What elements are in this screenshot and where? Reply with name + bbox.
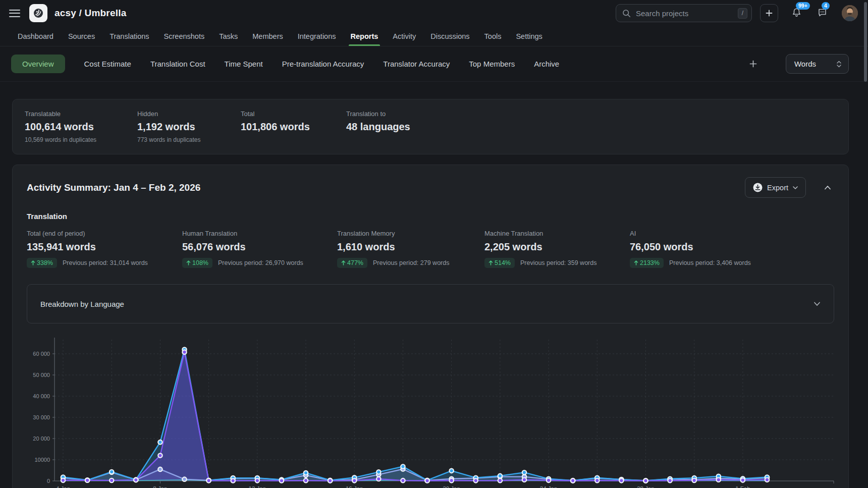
scrollbar-thumb[interactable] [864, 2, 867, 82]
svg-text:60 000: 60 000 [33, 351, 50, 357]
messages-button[interactable]: 4 [815, 5, 830, 21]
stat-note: 773 words in duplicates [137, 136, 241, 143]
top-bar: acsy / Umbrella Search projects / 99+ 4 [0, 0, 868, 26]
collapse-section-button[interactable] [821, 181, 834, 194]
svg-text:4 Jan: 4 Jan [56, 485, 70, 488]
svg-text:20 000: 20 000 [33, 436, 50, 442]
hamburger-menu-button[interactable] [9, 10, 20, 17]
trend-badge: 338% [27, 258, 57, 268]
search-placeholder: Search projects [636, 9, 733, 18]
svg-text:16 Jan: 16 Jan [346, 485, 363, 488]
unit-select-value: Words [794, 60, 816, 68]
trend-up-icon [634, 260, 638, 265]
nav-item-members[interactable]: Members [252, 26, 283, 46]
unit-select[interactable]: Words [786, 54, 849, 74]
chevron-up-icon [824, 185, 831, 190]
svg-text:24 Jan: 24 Jan [540, 485, 558, 488]
project-logo[interactable] [29, 4, 47, 22]
translation-section-title: Translation [27, 212, 834, 221]
stat-note: 10,569 words in duplicates [25, 136, 137, 143]
nav-item-sources[interactable]: Sources [68, 26, 95, 46]
activity-summary-title: Activity Summary: Jan 4 – Feb 2, 2026 [27, 182, 200, 193]
trend-up-icon [186, 260, 191, 265]
main-nav: Dashboard Sources Translations Screensho… [0, 26, 868, 46]
tstat-value: 135,941 words [27, 241, 182, 253]
stat-value: 1,192 words [137, 121, 241, 133]
main-content: Translatable 100,614 words 10,569 words … [0, 99, 868, 488]
activity-chart: 01000020 00030 00040 00050 00060 0004 Ja… [27, 332, 834, 488]
svg-text:10000: 10000 [34, 457, 50, 463]
trend-badge: 514% [484, 258, 515, 268]
search-box[interactable]: Search projects / [616, 4, 752, 22]
trend-up-icon [489, 260, 493, 265]
nav-item-tools[interactable]: Tools [484, 26, 502, 46]
nav-item-activity[interactable]: Activity [392, 26, 416, 46]
svg-text:30 000: 30 000 [33, 414, 50, 420]
trend-badge: 108% [182, 258, 212, 268]
nav-item-dashboard[interactable]: Dashboard [17, 26, 54, 46]
trend-badge: 477% [337, 258, 367, 268]
create-project-button[interactable] [760, 4, 778, 22]
project-words-summary-card: Translatable 100,614 words 10,569 words … [12, 99, 849, 154]
stat-label: Translation to [346, 110, 410, 118]
breakdown-by-language-toggle[interactable]: Breakdown by Language [27, 284, 834, 323]
nav-item-reports[interactable]: Reports [350, 26, 379, 46]
tab-overview[interactable]: Overview [11, 55, 65, 73]
notifications-button[interactable]: 99+ [789, 5, 804, 21]
tab-cost-estimate[interactable]: Cost Estimate [84, 60, 131, 68]
activity-summary-card: Activity Summary: Jan 4 – Feb 2, 2026 Ex… [12, 165, 849, 488]
tstat-label: Human Translation [182, 230, 337, 237]
svg-text:0: 0 [47, 478, 50, 484]
stat-hidden: Hidden 1,192 words 773 words in duplicat… [137, 110, 241, 143]
nav-item-discussions[interactable]: Discussions [430, 26, 470, 46]
tab-translator-accuracy[interactable]: Translator Accuracy [383, 60, 450, 68]
tab-time-spent[interactable]: Time Spent [225, 60, 263, 68]
stat-translatable: Translatable 100,614 words 10,569 words … [25, 110, 137, 143]
svg-text:8 Jan: 8 Jan [153, 485, 167, 488]
export-label: Export [767, 184, 788, 192]
previous-period: Previous period: 3,406 words [669, 259, 751, 266]
add-report-button[interactable] [747, 58, 760, 70]
nav-item-translations[interactable]: Translations [109, 26, 149, 46]
tstat-value: 2,205 words [484, 241, 630, 253]
tab-pre-translation-accuracy[interactable]: Pre-translation Accuracy [282, 60, 364, 68]
stat-value: 101,806 words [241, 121, 346, 133]
chevron-down-icon [813, 302, 821, 306]
user-avatar[interactable] [842, 5, 858, 21]
tstat-ai: AI 76,050 words 2133% Previous period: 3… [630, 230, 751, 268]
stat-label: Hidden [137, 110, 241, 118]
nav-item-settings[interactable]: Settings [515, 26, 542, 46]
stat-total: Total 101,806 words [241, 110, 346, 143]
export-button[interactable]: Export [745, 177, 806, 198]
tab-top-members[interactable]: Top Members [469, 60, 515, 68]
svg-text:1 Feb: 1 Feb [735, 485, 750, 488]
tstat-value: 1,610 words [337, 241, 484, 253]
messages-badge: 4 [822, 2, 830, 10]
plus-icon [765, 9, 773, 17]
plus-icon [749, 60, 757, 68]
stat-label: Translatable [25, 110, 137, 118]
download-icon [753, 183, 763, 192]
tstat-label: Translation Memory [337, 230, 484, 237]
nav-item-integrations[interactable]: Integrations [297, 26, 337, 46]
avatar-photo [842, 5, 858, 21]
stat-translation-to: Translation to 48 languages [346, 110, 410, 143]
notifications-badge: 99+ [796, 2, 810, 10]
tstat-label: Total (end of period) [27, 230, 182, 237]
tab-archive[interactable]: Archive [534, 60, 559, 68]
tstat-total: Total (end of period) 135,941 words 338%… [27, 230, 182, 268]
previous-period: Previous period: 31,014 words [63, 259, 148, 266]
sort-arrows-icon [836, 61, 842, 68]
tstat-mt: Machine Translation 2,205 words 514% Pre… [484, 230, 630, 268]
svg-text:50 000: 50 000 [33, 372, 50, 378]
reports-subnav: Overview Cost Estimate Translation Cost … [0, 46, 868, 82]
tab-translation-cost[interactable]: Translation Cost [150, 60, 205, 68]
breakdown-label: Breakdown by Language [40, 300, 124, 308]
previous-period: Previous period: 26,970 words [218, 259, 303, 266]
trend-up-icon [31, 260, 35, 265]
tstat-value: 56,076 words [182, 241, 337, 253]
search-shortcut-key: / [738, 8, 747, 19]
nav-item-screenshots[interactable]: Screenshots [164, 26, 205, 46]
trend-up-icon [341, 260, 346, 265]
nav-item-tasks[interactable]: Tasks [219, 26, 238, 46]
